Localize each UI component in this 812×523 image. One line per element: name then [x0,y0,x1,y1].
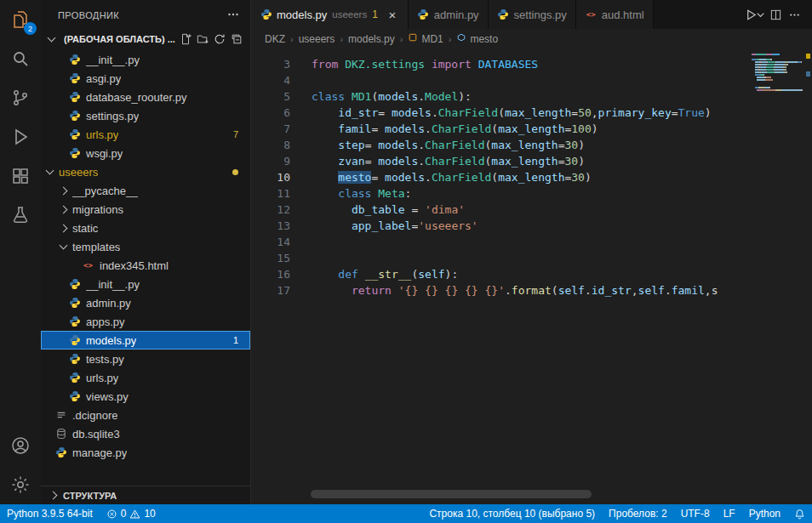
line-number[interactable]: 6 [251,105,290,121]
activity-item-source-control[interactable] [0,78,41,117]
tab-admin.py[interactable]: admin.py [409,0,489,29]
line-number[interactable]: 5 [251,88,290,105]
tree-item-index345.html[interactable]: <>index345.html [41,256,250,275]
split-icon [769,9,782,21]
close-icon[interactable]: × [386,8,399,22]
tree-item-asgi.py[interactable]: asgi.py [41,69,250,88]
status-cursor-position[interactable]: Строка 10, столбец 10 (выбрано 5) [422,504,602,523]
new-file-button[interactable] [177,31,194,48]
tree-item-__init__.py[interactable]: __init__.py [41,50,250,69]
status-eol[interactable]: LF [717,504,742,523]
status-encoding[interactable]: UTF-8 [674,504,717,523]
line-number[interactable]: 9 [251,153,290,169]
breadcrumb-item-DKZ[interactable]: DKZ [265,33,285,45]
tree-item-label: .dcignore [72,409,117,422]
line-number[interactable]: 13 [251,218,290,234]
tree-item-label: db.sqlite3 [72,428,120,441]
activity-item-search[interactable] [0,39,41,78]
tree-item-__pycache__[interactable]: __pycache__ [41,181,250,200]
tree-item-wsgi.py[interactable]: wsgi.py [41,144,250,162]
tree-item-useeers[interactable]: useeers [41,162,250,181]
code-line-9[interactable]: 9 zvan= models.CharField(max_length=30) [251,153,812,169]
code-line-8[interactable]: 8 step= models.CharField(max_length=30) [251,137,812,153]
code-line-14[interactable]: 14 [251,234,812,250]
tree-item-__init__.py[interactable]: __init__.py [41,275,250,293]
status-indentation[interactable]: Пробелов: 2 [602,504,674,523]
code-line-7[interactable]: 7 famil= models.CharField(max_length=100… [251,121,812,137]
more-actions-icon[interactable] [226,8,240,23]
code-editor[interactable]: 3from DKZ.settings import DATABASES45cla… [251,48,812,504]
tree-item-static[interactable]: static [41,219,250,237]
tree-item-migrations[interactable]: migrations [41,200,250,219]
collapse-all-button[interactable] [228,31,245,48]
code-line-4[interactable]: 4 [251,72,812,88]
tree-item-tests.py[interactable]: tests.py [41,350,250,368]
tab-settings.py[interactable]: settings.py [489,0,576,29]
tree-item-models.py[interactable]: models.py1 [41,331,250,350]
status-language-mode[interactable]: Python [742,504,787,523]
line-number[interactable]: 3 [251,56,290,72]
tree-item-views.py[interactable]: views.py [41,387,250,406]
status-problems[interactable]: 010 [100,504,163,523]
tree-item-.dcignore[interactable]: .dcignore [41,406,250,424]
split-editor-button[interactable] [766,5,785,24]
tree-item-settings.py[interactable]: settings.py [41,106,250,125]
code-line-15[interactable]: 15 [251,250,812,266]
line-number[interactable]: 7 [251,121,290,137]
line-number[interactable]: 14 [251,234,290,250]
more-actions-button[interactable] [785,5,803,24]
code-line-6[interactable]: 6 id_str= models.CharField(max_length=50… [251,105,812,121]
code-line-3[interactable]: 3from DKZ.settings import DATABASES [251,56,812,72]
code-line-17[interactable]: 17 return '{} {} {} {} {}'.format(self.i… [251,282,812,298]
line-number[interactable]: 8 [251,137,290,153]
activity-item-extensions[interactable] [0,156,41,196]
run-dropdown-button[interactable] [755,5,766,24]
refresh-button[interactable] [211,31,228,48]
tree-item-urls.py[interactable]: urls.py7 [41,125,250,144]
breadcrumb-item-mesto[interactable]: mesto [456,32,498,45]
activity-item-settings[interactable] [0,465,41,504]
breadcrumb-item-models.py[interactable]: models.py [348,33,395,45]
code-line-10[interactable]: 10 mesto= models.CharField(max_length=30… [251,169,812,185]
code-line-13[interactable]: 13 app_label='useeers' [251,218,812,234]
tree-item-apps.py[interactable]: apps.py [41,312,250,331]
code-line-12[interactable]: 12 db_table = 'dima' [251,202,812,218]
breadcrumb-item-useeers[interactable]: useeers [299,33,335,45]
tab-aud.html[interactable]: <>aud.html [576,0,654,29]
activity-item-run-debug[interactable] [0,117,41,156]
line-number[interactable]: 15 [251,250,290,266]
line-number[interactable]: 17 [251,282,290,298]
activity-item-account[interactable] [0,426,41,465]
tree-item-db.sqlite3[interactable]: db.sqlite3 [41,424,250,443]
tree-item-urls.py[interactable]: urls.py [41,368,250,387]
horizontal-scrollbar[interactable] [311,490,592,498]
python-icon [260,9,272,21]
line-number[interactable]: 16 [251,266,290,282]
tree-item-admin.py[interactable]: admin.py [41,293,250,312]
workspace-header[interactable]: (РАБОЧАЯ ОБЛАСТЬ) ... [41,30,250,48]
status-interpreter[interactable]: Python 3.9.5 64-bit [0,504,100,523]
minimap[interactable] [752,48,804,92]
sidebar-header: ПРОВОДНИК [41,0,250,30]
tab-models.py[interactable]: models.pyuseeers1× [251,0,409,29]
tree-item-manage.py[interactable]: manage.py [41,443,250,462]
workspace-actions [177,31,245,48]
activity-item-explorer[interactable]: 2 [0,0,41,39]
line-number[interactable]: 12 [251,202,290,218]
line-number[interactable]: 10 [251,169,290,185]
tree-item-database_roouter.py[interactable]: database_roouter.py [41,88,250,106]
activity-item-testing[interactable] [0,196,41,235]
code-line-16[interactable]: 16 def __str__(self): [251,266,812,282]
breadcrumb-item-MD1[interactable]: MD1 [408,32,443,45]
outline-section[interactable]: СТРУКТУРА [41,486,250,504]
tree-item-templates[interactable]: templates [41,237,250,256]
python-icon [54,446,67,459]
line-number[interactable]: 11 [251,185,290,202]
new-folder-button[interactable] [194,31,211,48]
problems-badge: 1 [233,335,238,345]
code-line-5[interactable]: 5class MD1(models.Model): [251,88,812,105]
status-notifications[interactable] [787,504,812,523]
code-line-11[interactable]: 11 class Meta: [251,185,812,202]
line-number[interactable]: 4 [251,72,290,88]
tree-item-label: __init__.py [86,278,140,291]
